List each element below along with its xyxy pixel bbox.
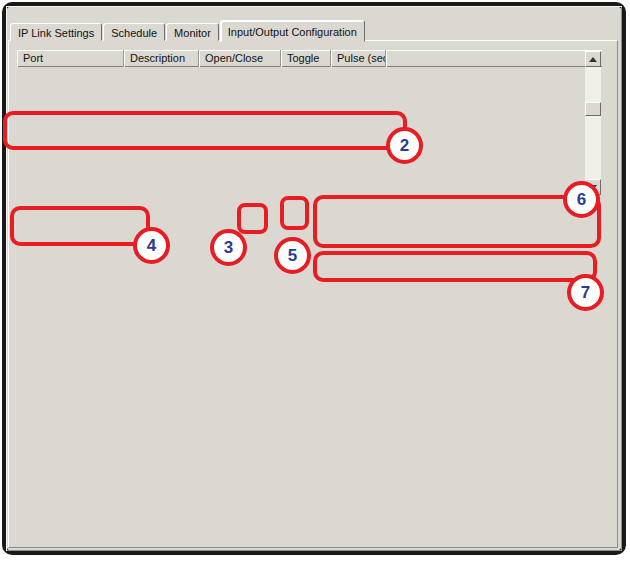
column-header-pulse[interactable]: Pulse (sec) (331, 50, 386, 67)
tab-page (8, 40, 618, 548)
arrow-down-icon (589, 185, 597, 190)
scroll-down-button[interactable] (585, 179, 601, 195)
tab-label: IP Link Settings (18, 27, 94, 39)
tab-monitor[interactable]: Monitor (166, 23, 219, 41)
tab-schedule[interactable]: Schedule (103, 23, 165, 41)
column-header-port[interactable]: Port (17, 50, 124, 67)
tab-bar: IP Link Settings Schedule Monitor Input/… (10, 19, 366, 41)
tab-ip-link-settings[interactable]: IP Link Settings (10, 23, 102, 41)
scroll-thumb[interactable] (585, 102, 601, 116)
column-header-description[interactable]: Description (124, 50, 199, 67)
scroll-up-button[interactable] (585, 51, 601, 67)
tab-label: Schedule (111, 27, 157, 39)
tab-label: Input/Output Configuration (228, 26, 357, 38)
tab-input-output-configuration[interactable]: Input/Output Configuration (220, 20, 365, 42)
tab-label: Monitor (174, 27, 211, 39)
screenshot-canvas: IP Link Settings Schedule Monitor Input/… (0, 0, 630, 566)
column-header-filler (386, 50, 602, 67)
table-header-row: Port Description Open/Close Toggle Pulse… (17, 50, 602, 67)
annotation-frame: IP Link Settings Schedule Monitor Input/… (2, 2, 626, 555)
column-header-toggle[interactable]: Toggle (281, 50, 331, 67)
vertical-scrollbar[interactable] (585, 51, 601, 195)
arrow-up-icon (589, 57, 597, 62)
dialog-window: IP Link Settings Schedule Monitor Input/… (6, 6, 622, 551)
column-header-open-close[interactable]: Open/Close (199, 50, 281, 67)
